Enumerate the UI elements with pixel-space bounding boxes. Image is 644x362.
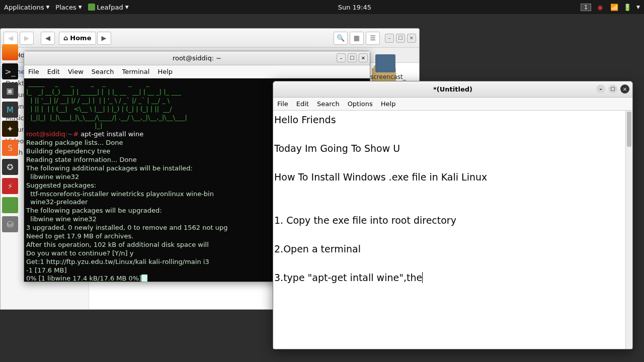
editor-title-text: *(Untitled) — [433, 85, 472, 93]
power-menu[interactable]: ▼ — [636, 5, 640, 10]
nav-back-button[interactable]: ◀ — [4, 32, 18, 45]
show-apps-icon[interactable] — [2, 44, 20, 68]
close-button[interactable]: ✕ — [620, 84, 629, 94]
terminal-menubar: File Edit View Search Terminal Help — [24, 65, 370, 78]
menu-options[interactable]: Options — [348, 100, 373, 108]
file-label: screencast_ — [370, 73, 400, 80]
menu-search[interactable]: Search — [317, 100, 340, 108]
close-button[interactable]: ✕ — [407, 34, 416, 43]
minimize-button[interactable]: – — [337, 53, 346, 62]
minimize-button[interactable]: – — [385, 34, 394, 43]
applications-menu[interactable]: Applications▼ — [4, 4, 49, 11]
menu-search[interactable]: Search — [92, 68, 114, 75]
places-menu[interactable]: Places▼ — [55, 4, 82, 11]
leafpad-window: *(Untitled) – ☐ ✕ File Edit Search Optio… — [273, 81, 633, 349]
app-icon[interactable]: S — [2, 140, 18, 156]
battery-icon[interactable]: 🔋 — [623, 4, 630, 11]
minimize-button[interactable]: – — [596, 84, 605, 94]
menu-help[interactable]: Help — [381, 100, 396, 108]
nav-forward-button[interactable]: ▶ — [20, 32, 34, 45]
terminal-title-text: root@siddiq: ~ — [173, 54, 221, 62]
maximize-button[interactable]: ☐ — [348, 53, 357, 62]
menu-view[interactable]: View — [68, 68, 84, 75]
network-icon[interactable]: 📶 — [610, 4, 617, 11]
leafpad-launcher-icon[interactable] — [2, 197, 18, 213]
menu-edit[interactable]: Edit — [296, 100, 309, 108]
top-panel: Applications▼ Places▼ Leafpad▼ Sun 19:45… — [0, 0, 644, 14]
breadcrumb-next[interactable]: ▶ — [97, 32, 111, 45]
home-icon: ⌂ — [63, 34, 68, 42]
app-icon[interactable]: M — [2, 102, 18, 118]
clock[interactable]: Sun 19:45 — [129, 4, 581, 11]
menu-file[interactable]: File — [28, 68, 39, 75]
menu-file[interactable]: File — [277, 100, 288, 108]
menu-terminal[interactable]: Terminal — [122, 68, 149, 75]
search-button[interactable]: 🔍 — [334, 32, 348, 45]
editor-menubar: File Edit Search Options Help — [273, 98, 632, 111]
breadcrumb-home[interactable]: ⌂Home — [59, 32, 96, 45]
editor-textarea[interactable]: Hello Friends Today Im Going To Show U H… — [273, 111, 632, 349]
menu-button[interactable]: ☰ — [366, 32, 380, 45]
close-button[interactable]: ✕ — [359, 53, 368, 62]
grid-view-button[interactable]: ▦ — [350, 32, 364, 45]
editor-titlebar[interactable]: *(Untitled) – ☐ ✕ — [273, 81, 632, 98]
menu-edit[interactable]: Edit — [47, 68, 60, 75]
scrollbar[interactable] — [625, 111, 632, 349]
nav-up-button[interactable]: ◀ — [41, 32, 55, 45]
files-icon[interactable]: ▣ — [2, 82, 18, 99]
video-item[interactable] — [375, 54, 395, 72]
launcher-dock: >_ ▣ M ✦ S ✪ ⚡ ⛁ — [2, 44, 20, 232]
menu-help[interactable]: Help — [157, 68, 173, 75]
workspace-indicator[interactable]: 1 — [581, 4, 591, 11]
maximize-button[interactable]: ☐ — [608, 84, 617, 94]
leafpad-icon — [88, 4, 95, 11]
app-icon[interactable]: ⛁ — [2, 216, 18, 232]
terminal-titlebar[interactable]: root@siddiq: ~ – ☐ ✕ — [24, 51, 370, 65]
scrollbar-thumb[interactable] — [627, 112, 631, 147]
maximize-button[interactable]: ☐ — [396, 34, 405, 43]
app-icon[interactable]: ✪ — [2, 159, 18, 175]
record-icon[interactable]: ◉ — [597, 4, 604, 11]
app-icon[interactable]: ✦ — [2, 121, 18, 137]
app-icon[interactable]: ⚡ — [2, 178, 18, 194]
active-app-menu[interactable]: Leafpad▼ — [88, 4, 129, 11]
